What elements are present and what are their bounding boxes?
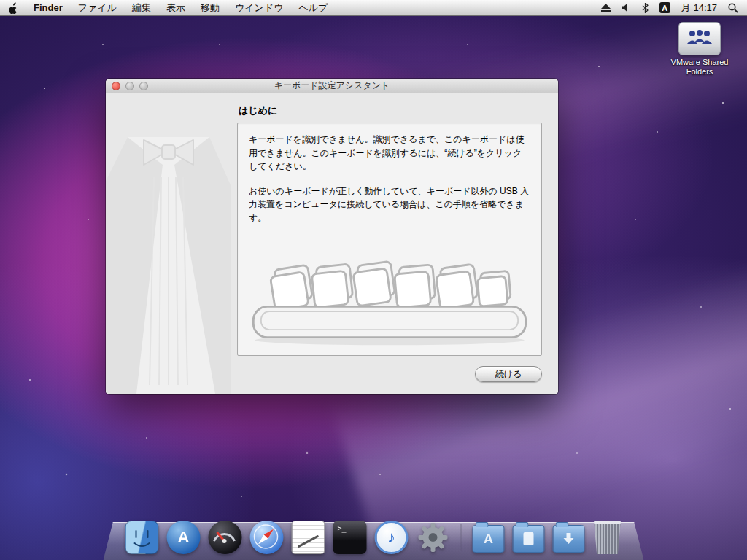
terminal-prompt-glyph: >_ [338,524,347,532]
desktop-icon-label: VMware Shared Folders [659,58,740,77]
dock: A >_ ♪ A [104,513,644,560]
instruction-panel: キーボードを識別できません。識別できるまで、このキーボードは使用できません。この… [237,122,542,356]
page-title: はじめに [239,104,542,117]
vmware-shared-folders-icon[interactable]: VMware Shared Folders [659,22,740,77]
bluetooth-icon[interactable] [642,3,649,13]
menu-view[interactable]: 表示 [166,1,185,15]
appstore-letter: A [178,528,190,547]
dock-documents-folder-icon[interactable] [513,525,545,553]
menu-app-name[interactable]: Finder [34,2,63,13]
close-button[interactable] [112,82,120,90]
window-titlebar[interactable]: キーボード設定アシスタント [106,79,558,93]
dock-applications-folder-icon[interactable]: A [473,525,505,553]
tuxedo-watermark [106,93,231,394]
dock-safari-icon[interactable] [250,521,284,554]
dock-appstore-icon[interactable]: A [167,521,201,554]
menu-go[interactable]: 移動 [201,1,220,15]
instruction-paragraph-1: キーボードを識別できません。識別できるまで、このキーボードは使用できません。この… [249,133,530,174]
dock-itunes-icon[interactable]: ♪ [375,521,409,554]
dock-trash-icon[interactable] [593,521,622,554]
keyboard-illustration [249,240,530,351]
spotlight-icon[interactable] [728,3,738,13]
document-glyph [524,532,534,545]
dock-textedit-icon[interactable] [292,521,325,554]
window-title: キーボード設定アシスタント [274,79,390,92]
dock-system-preferences-icon[interactable] [417,521,450,554]
drive-icon [678,22,721,55]
continue-button[interactable]: 続ける [475,366,542,382]
apple-menu-icon[interactable] [9,2,18,14]
menu-help[interactable]: ヘルプ [298,1,328,15]
eject-icon[interactable] [601,4,611,12]
input-source-icon[interactable]: A [659,2,670,13]
dock-downloads-folder-icon[interactable] [553,525,585,553]
minimize-button[interactable] [125,82,134,90]
dock-terminal-icon[interactable]: >_ [333,521,367,554]
menu-edit[interactable]: 編集 [132,1,151,15]
dock-finder-icon[interactable] [125,521,159,554]
menu-bar: Finder ファイル 編集 表示 移動 ウインドウ ヘルプ A 月 14:17 [0,0,747,16]
keyboard-setup-assistant-window: キーボード設定アシスタント [106,79,558,394]
instruction-paragraph-2: お使いのキーボードが正しく動作していて、キーボード以外の USB 入力装置をコン… [249,184,530,225]
menu-file[interactable]: ファイル [78,1,117,15]
network-people-glyph [685,29,714,48]
zoom-button[interactable] [139,82,148,90]
dock-separator [461,524,462,551]
itunes-note-glyph: ♪ [387,528,395,547]
applications-letter: A [484,532,493,547]
menu-clock[interactable]: 月 14:17 [681,1,717,15]
volume-icon[interactable] [622,3,631,12]
dock-dashboard-icon[interactable] [209,521,242,554]
menu-window[interactable]: ウインドウ [235,1,284,15]
download-arrow-glyph [562,532,576,545]
